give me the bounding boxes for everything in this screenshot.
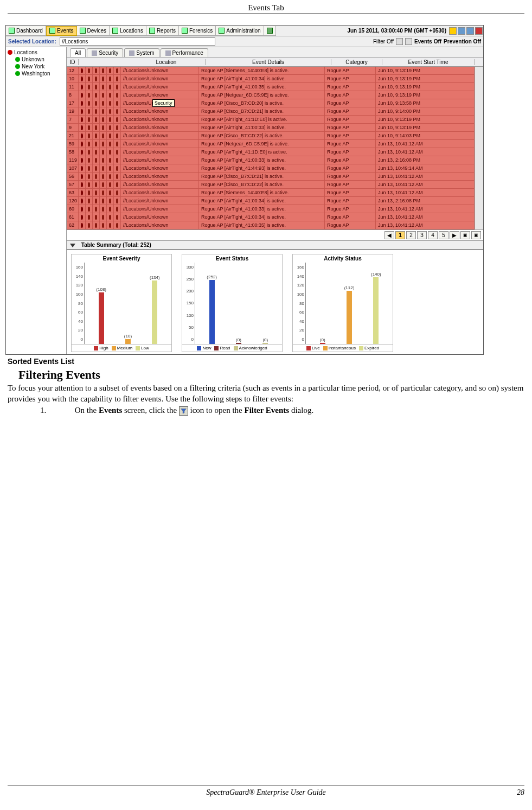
row-action-icon[interactable] <box>95 182 97 187</box>
table-row[interactable]: 120//Locations/UnknownRogue AP [AirTight… <box>67 197 475 205</box>
row-action-icon[interactable] <box>88 117 90 122</box>
table-row[interactable]: 57//Locations/UnknownRogue AP [Cisco_B7:… <box>67 181 475 189</box>
row-action-icon[interactable] <box>88 150 90 155</box>
pager-page[interactable]: 5 <box>439 231 448 239</box>
toolbar-mini-icon-2[interactable] <box>466 27 474 35</box>
tree-root[interactable]: Locations <box>8 49 65 56</box>
row-action-icon[interactable] <box>116 109 118 114</box>
location-tree[interactable]: Locations UnknownNew YorkWashington <box>6 47 67 354</box>
toolbar-mini-icon-1[interactable] <box>458 27 465 35</box>
row-action-icon[interactable] <box>109 199 111 203</box>
row-action-icon[interactable] <box>88 158 90 163</box>
table-row[interactable]: 8//Locations/UnknownRogue AP [Netgear_6D… <box>67 91 475 99</box>
row-action-icon[interactable] <box>95 76 97 81</box>
row-action-icon[interactable] <box>102 190 104 195</box>
row-action-icon[interactable] <box>88 101 90 106</box>
nav-tab-reports[interactable]: Reports <box>146 26 179 36</box>
row-action-icon[interactable] <box>102 215 104 220</box>
pager-page[interactable]: 3 <box>417 231 427 239</box>
row-action-icon[interactable] <box>102 76 104 81</box>
row-action-icon[interactable] <box>95 109 97 114</box>
row-action-icon[interactable] <box>116 215 118 220</box>
row-action-icon[interactable] <box>116 190 118 195</box>
row-action-icon[interactable] <box>116 199 118 203</box>
table-row[interactable]: 21//Locations/UnknownRogue AP [Cisco_B7:… <box>67 132 475 140</box>
row-action-icon[interactable] <box>95 125 97 130</box>
row-action-icon[interactable] <box>109 109 111 114</box>
table-row[interactable]: 62//Locations/UnknownRogue AP [AirTight_… <box>67 221 475 229</box>
row-action-icon[interactable] <box>109 101 111 106</box>
nav-tab-dashboard[interactable]: Dashboard <box>6 26 46 36</box>
row-action-icon[interactable] <box>116 93 118 98</box>
row-action-icon[interactable] <box>88 76 90 81</box>
pager-page[interactable]: 4 <box>428 231 438 239</box>
table-row[interactable]: 119//Locations/UnknownRogue AP [AirTight… <box>67 156 475 164</box>
go-last-icon[interactable]: ▣ <box>471 231 481 239</box>
column-header[interactable]: Event Start Time <box>382 59 475 65</box>
row-action-icon[interactable] <box>109 85 111 90</box>
pager-page[interactable]: 2 <box>406 231 416 239</box>
row-action-icon[interactable] <box>88 133 90 138</box>
row-action-icon[interactable] <box>95 85 97 90</box>
row-action-icon[interactable] <box>88 142 90 146</box>
row-action-icon[interactable] <box>109 223 111 228</box>
pager-page[interactable]: 1 <box>395 231 405 239</box>
events-icon[interactable] <box>405 38 412 45</box>
location-input[interactable] <box>60 37 215 46</box>
row-action-icon[interactable] <box>109 166 111 171</box>
row-action-icon[interactable] <box>102 101 104 106</box>
table-row[interactable]: 10//Locations/UnknownRogue AP [AirTight_… <box>67 75 475 83</box>
row-action-icon[interactable] <box>95 133 97 138</box>
row-action-icon[interactable] <box>116 223 118 228</box>
row-action-icon[interactable] <box>95 166 97 171</box>
row-action-icon[interactable] <box>102 158 104 163</box>
table-row[interactable]: 60//Locations/UnknownRogue AP [AirTight_… <box>67 205 475 213</box>
row-action-icon[interactable] <box>116 125 118 130</box>
row-action-icon[interactable] <box>116 68 118 73</box>
table-row[interactable]: 19//Locations/UnknownRogue AP [Cisco_B7:… <box>67 107 475 116</box>
row-action-icon[interactable] <box>109 93 111 98</box>
row-action-icon[interactable] <box>116 166 118 171</box>
row-action-icon[interactable] <box>88 174 90 179</box>
row-action-icon[interactable] <box>116 150 118 155</box>
row-action-icon[interactable] <box>116 76 118 81</box>
subtab-all[interactable]: All <box>70 48 86 57</box>
go-first-icon[interactable]: ▣ <box>460 231 470 239</box>
row-action-icon[interactable] <box>116 174 118 179</box>
grid-scrollbar[interactable] <box>475 67 483 229</box>
pager-prev[interactable]: ◀ <box>384 231 394 239</box>
row-action-icon[interactable] <box>95 190 97 195</box>
row-action-icon[interactable] <box>102 133 104 138</box>
table-row[interactable]: 11//Locations/UnknownRogue AP [AirTight_… <box>67 83 475 91</box>
row-action-icon[interactable] <box>88 93 90 98</box>
row-action-icon[interactable] <box>109 158 111 163</box>
row-action-icon[interactable] <box>109 68 111 73</box>
toolbar-mini-icon-0[interactable] <box>449 27 457 35</box>
row-action-icon[interactable] <box>102 68 104 73</box>
column-header[interactable]: Event Details <box>206 59 331 65</box>
row-action-icon[interactable] <box>88 223 90 228</box>
pager-next[interactable]: ▶ <box>450 231 459 239</box>
row-action-icon[interactable] <box>116 207 118 212</box>
row-action-icon[interactable] <box>102 174 104 179</box>
row-action-icon[interactable] <box>88 199 90 203</box>
table-row[interactable]: 17//Locations/UnknownRogue AP [Cisco_B7:… <box>67 99 475 107</box>
table-row[interactable]: 58//Locations/UnknownRogue AP [AirTight_… <box>67 148 475 156</box>
row-action-icon[interactable] <box>102 199 104 203</box>
column-header[interactable]: Category <box>331 59 382 65</box>
row-action-icon[interactable] <box>95 68 97 73</box>
row-action-icon[interactable] <box>95 158 97 163</box>
row-action-icon[interactable] <box>88 166 90 171</box>
row-action-icon[interactable] <box>102 117 104 122</box>
row-action-icon[interactable] <box>102 142 104 146</box>
collapse-arrow-icon[interactable] <box>70 244 75 247</box>
row-action-icon[interactable] <box>88 109 90 114</box>
column-header[interactable]: Location <box>127 59 206 65</box>
row-action-icon[interactable] <box>88 68 90 73</box>
row-action-icon[interactable] <box>116 142 118 146</box>
row-action-icon[interactable] <box>102 166 104 171</box>
row-action-icon[interactable] <box>116 158 118 163</box>
nav-tab-administration[interactable]: Administration <box>216 26 264 36</box>
row-action-icon[interactable] <box>102 85 104 90</box>
table-row[interactable]: 63//Locations/UnknownRogue AP [Siemens_1… <box>67 189 475 197</box>
